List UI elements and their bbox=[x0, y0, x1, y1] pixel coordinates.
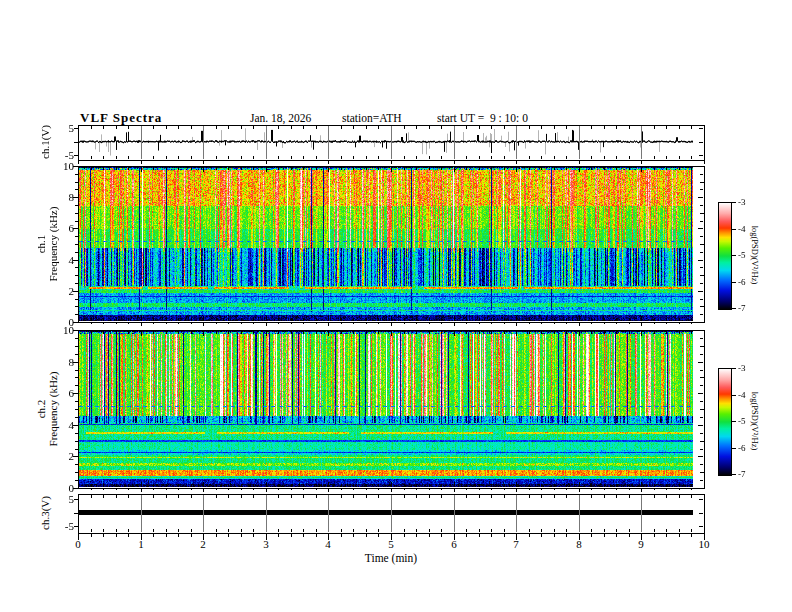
tick-mark bbox=[466, 331, 467, 334]
tick-mark bbox=[629, 484, 630, 487]
tick-mark bbox=[141, 316, 142, 321]
tick-mark bbox=[178, 167, 179, 170]
tick-mark bbox=[303, 534, 304, 537]
colorbar-tick-label: -4 bbox=[738, 390, 746, 400]
tick-mark bbox=[203, 161, 204, 164]
tick-mark bbox=[679, 529, 680, 532]
tick-mark bbox=[128, 484, 129, 487]
tick-mark bbox=[566, 484, 567, 487]
tick-mark bbox=[429, 156, 430, 159]
tick-mark bbox=[366, 495, 367, 498]
tick-mark bbox=[75, 275, 79, 276]
tick-mark bbox=[691, 126, 692, 129]
tick-mark bbox=[479, 529, 480, 532]
tick-mark bbox=[691, 322, 692, 324]
tick-mark bbox=[566, 126, 567, 129]
tick-mark bbox=[241, 495, 242, 498]
tick-mark bbox=[75, 401, 78, 402]
tick-mark bbox=[128, 156, 129, 159]
tick-mark bbox=[75, 189, 78, 190]
tick-mark bbox=[75, 182, 79, 183]
tick-mark bbox=[454, 161, 455, 164]
tick-mark bbox=[228, 529, 229, 532]
tick-mark bbox=[654, 126, 655, 129]
tick-mark bbox=[679, 156, 680, 159]
tick-mark bbox=[679, 331, 680, 334]
tick-mark bbox=[316, 534, 317, 537]
tick-mark bbox=[103, 488, 104, 490]
tick-mark bbox=[604, 167, 605, 170]
tick-mark bbox=[616, 167, 617, 170]
tick-mark bbox=[604, 484, 605, 487]
tick-mark bbox=[203, 495, 204, 532]
tick-mark bbox=[429, 495, 430, 498]
tick-mark bbox=[700, 306, 704, 307]
tick-mark bbox=[529, 167, 530, 170]
tick-mark bbox=[700, 174, 703, 175]
tick-mark bbox=[74, 513, 78, 514]
tick-mark bbox=[479, 126, 480, 129]
tick-mark bbox=[404, 156, 405, 159]
tick-mark bbox=[266, 126, 267, 159]
tick-mark bbox=[216, 322, 217, 324]
tick-mark bbox=[591, 318, 592, 321]
tick-mark bbox=[704, 161, 705, 164]
tick-label: 4 bbox=[318, 538, 338, 550]
tick-mark bbox=[466, 529, 467, 532]
tick-mark bbox=[228, 495, 229, 498]
tick-mark bbox=[491, 322, 492, 324]
tick-mark bbox=[416, 529, 417, 532]
tick-mark bbox=[178, 331, 179, 334]
tick-mark bbox=[378, 484, 379, 487]
ch1-voltage-axis-label: ch.1(V) bbox=[40, 125, 52, 159]
tick-mark bbox=[278, 156, 279, 159]
colorbar-tick-label: -3 bbox=[738, 363, 746, 373]
tick-mark bbox=[616, 156, 617, 159]
tick-mark bbox=[75, 370, 78, 371]
tick-mark bbox=[466, 126, 467, 129]
tick-mark bbox=[554, 322, 555, 324]
tick-mark bbox=[429, 167, 430, 170]
tick-mark bbox=[441, 318, 442, 321]
tick-mark bbox=[203, 316, 204, 321]
tick-mark bbox=[378, 318, 379, 321]
tick-mark bbox=[700, 449, 703, 450]
tick-mark bbox=[700, 236, 703, 237]
tick-mark bbox=[191, 495, 192, 498]
tick-mark bbox=[166, 484, 167, 487]
tick-mark bbox=[604, 488, 605, 490]
tick-mark bbox=[91, 484, 92, 487]
tick-mark bbox=[429, 484, 430, 487]
tick-mark bbox=[103, 167, 104, 170]
tick-mark bbox=[178, 495, 179, 498]
tick-mark bbox=[698, 197, 703, 198]
tick-mark bbox=[153, 126, 154, 129]
tick-mark bbox=[698, 291, 703, 292]
tick-mark bbox=[654, 534, 655, 537]
tick-mark bbox=[666, 126, 667, 129]
ch2-frequency-axis-label: ch.2 Frequency (kHz) bbox=[36, 372, 59, 447]
tick-label: 9 bbox=[631, 538, 651, 550]
tick-mark bbox=[178, 529, 179, 532]
tick-mark bbox=[416, 322, 417, 324]
tick-mark bbox=[253, 167, 254, 170]
tick-mark bbox=[291, 167, 292, 170]
tick-mark bbox=[266, 167, 267, 172]
tick-mark bbox=[516, 322, 517, 326]
tick-mark bbox=[303, 318, 304, 321]
tick-mark bbox=[75, 236, 78, 237]
tick-mark bbox=[516, 316, 517, 321]
tick-mark bbox=[700, 417, 703, 418]
tick-mark bbox=[378, 167, 379, 170]
tick-mark bbox=[541, 534, 542, 537]
tick-mark bbox=[579, 331, 580, 336]
tick-mark bbox=[504, 488, 505, 490]
tick-mark bbox=[291, 318, 292, 321]
tick-mark bbox=[404, 322, 405, 324]
tick-mark bbox=[604, 318, 605, 321]
tick-mark bbox=[103, 484, 104, 487]
tick-mark bbox=[629, 126, 630, 129]
tick-mark bbox=[731, 395, 736, 396]
tick-mark bbox=[454, 322, 455, 326]
tick-mark bbox=[141, 495, 142, 532]
